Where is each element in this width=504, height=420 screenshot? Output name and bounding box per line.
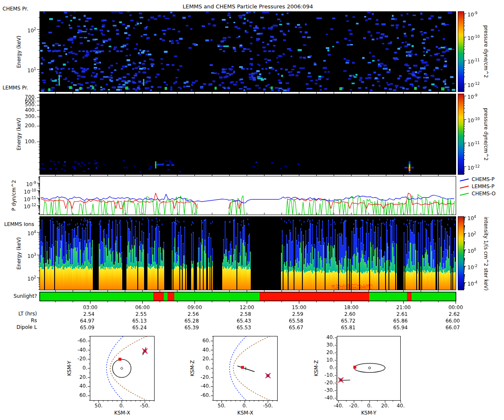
orbit-y-tick-label: -30. xyxy=(318,387,334,393)
y-tick-label: 400. xyxy=(13,107,36,113)
orbit-y-tick-label: -10. xyxy=(318,372,334,378)
orbit-x-tick-label: 0. xyxy=(361,403,378,409)
y-tick-label: 10-12 xyxy=(13,202,36,210)
panel-label-chems-pr: CHEMS Pr. xyxy=(3,6,28,12)
time-tick-label: 12:00 xyxy=(237,304,257,310)
orbit-y-tick-label: 0. xyxy=(194,365,210,371)
orbit-y-tick-label: -20. xyxy=(318,380,334,386)
cb4-units-label: intensity 1/(s cm^2 ster keV) xyxy=(483,217,489,290)
orbit-y-tick-label: -40. xyxy=(71,347,87,353)
legend-label-chems-o: CHEMS-O xyxy=(472,191,496,197)
cb1-units-label: pressure dyne/cm^2 xyxy=(483,12,489,92)
orbit-y-tick-label: 20. xyxy=(194,356,210,362)
cb2-units-label: pressure dyne/cm^2 xyxy=(483,94,489,174)
ephemeris-value: 2.59 xyxy=(276,311,303,317)
time-tick-label: 09:00 xyxy=(185,304,205,310)
legend-item-lemms-p: LEMMS-P xyxy=(459,184,494,190)
y-tick-label: 300. xyxy=(13,113,36,119)
orbit-y-tick-label: 20. xyxy=(71,374,87,380)
sunlight-segment-green xyxy=(164,292,168,301)
ephemeris-value: 2.60 xyxy=(328,311,355,317)
sunlight-segment-red xyxy=(168,292,174,301)
orbit-y-tick-label: 60. xyxy=(71,392,87,398)
orbit-x-tick-label: -50. xyxy=(260,403,276,409)
colorbar-pressure-mid xyxy=(458,94,464,174)
row-label-rs: Rs xyxy=(3,318,37,323)
figure-root: LEMMS and CHEMS Particle Pressures 2006:… xyxy=(0,0,504,420)
orbit-x-tick-label: -40. xyxy=(330,403,347,409)
figure-title: LEMMS and CHEMS Particle Pressures 2006:… xyxy=(40,3,456,10)
ephemeris-value: 65.58 xyxy=(276,318,303,324)
orbit-y-tick-label: -20. xyxy=(71,356,87,362)
ephemeris-value: 2.56 xyxy=(172,311,199,317)
orbit-x-tick-label: 20. xyxy=(377,403,394,409)
orbit-y-tick-label: 40. xyxy=(318,334,334,340)
y-tick-label: 700. xyxy=(13,94,36,100)
ions-spectrogram xyxy=(40,217,456,290)
orbit-y-tick-label: 10. xyxy=(318,357,334,363)
orbit-y-tick-label: 0. xyxy=(318,365,334,370)
sunlight-segment-green xyxy=(174,292,260,301)
sunlight-label: Sunlight? xyxy=(3,293,37,299)
ephemeris-value: 66.00 xyxy=(433,318,460,324)
ephemeris-value: 65.67 xyxy=(276,325,303,331)
y-tick-label: 102 xyxy=(13,274,36,282)
y-tick-label: 103 xyxy=(13,252,36,259)
legend-swatch-chems-o-icon xyxy=(459,192,470,197)
orbit-y-tick-label: 40. xyxy=(194,347,210,353)
orbit-x-tick-label: -20. xyxy=(346,403,362,409)
y-tick-label: 10-11 xyxy=(13,195,36,202)
colorbar-tick-label: 104 xyxy=(467,214,476,221)
orbit1-x-axis-label: KSM-X xyxy=(90,410,154,416)
chems-y-axis-label: Energy (keV) xyxy=(16,12,22,92)
chems-spectrogram xyxy=(40,12,456,92)
y-tick-label: 10-10 xyxy=(13,187,36,195)
legend-swatch-lemms-p-icon xyxy=(459,184,470,189)
orbit-x-tick-label: 50. xyxy=(213,403,230,409)
ephemeris-value: 65.09 xyxy=(68,325,94,331)
orbit-y-tick-label: -60. xyxy=(71,338,87,344)
orbit-y-tick-label: 20. xyxy=(318,349,334,355)
sunlight-segment-red xyxy=(407,292,412,301)
ephemeris-value: 65.24 xyxy=(120,325,147,331)
y-tick-label: 10-9 xyxy=(13,180,36,187)
ephemeris-value: 2.58 xyxy=(224,311,251,317)
legend-item-chems-o: CHEMS-O xyxy=(459,191,496,197)
orbit-x-tick-label: -50. xyxy=(136,403,153,409)
ephemeris-value: 65.28 xyxy=(172,318,199,324)
time-tick-label: 18:00 xyxy=(341,304,361,310)
colorbar-tick-label: 10-10 xyxy=(467,34,480,41)
ephemeris-value: 2.55 xyxy=(120,311,147,317)
orbit-y-tick-label: -60. xyxy=(194,392,210,398)
time-tick-label: 00:00 xyxy=(446,304,466,310)
ephemeris-value: 65.86 xyxy=(381,318,408,324)
sunlight-segment-red xyxy=(153,292,164,301)
orbit-y-tick-label: -40. xyxy=(194,383,210,389)
pressure-line-plot xyxy=(40,176,456,215)
ephemeris-value: 66.07 xyxy=(433,325,460,331)
orbit-x-tick-label: 0. xyxy=(236,403,253,409)
colorbar-pressure-top xyxy=(458,12,464,92)
orbit-y-tick-label: 0. xyxy=(71,365,87,371)
orbit-y-tick-label: 30. xyxy=(318,342,334,348)
orbit-y-tick-label: 60. xyxy=(194,338,210,344)
ephemeris-value: 2.61 xyxy=(381,311,408,317)
colorbar-tick-label: 10-10 xyxy=(467,116,480,123)
ephemeris-value: 65.53 xyxy=(224,325,251,331)
y-tick-label: 100. xyxy=(13,139,36,144)
orbit-y-tick-label: -40. xyxy=(318,395,334,401)
ephemeris-value: 65.72 xyxy=(328,318,355,324)
colorbar-intensity xyxy=(458,217,464,290)
time-tick-label: 21:00 xyxy=(394,304,414,310)
colorbar-tick-label: 10-12 xyxy=(467,81,480,88)
ephemeris-value: 65.39 xyxy=(172,325,199,331)
sunlight-segment-green xyxy=(412,292,456,301)
lemms-spectrogram xyxy=(40,94,456,174)
colorbar-tick-label: 10-2 xyxy=(467,263,478,270)
orbit2-x-axis-label: KSM-X xyxy=(213,410,277,416)
ephemeris-value: 2.54 xyxy=(68,311,94,317)
time-tick-label: 03:00 xyxy=(80,304,100,310)
orbit3-x-axis-label: KSM-Y xyxy=(337,410,400,416)
ephemeris-value: 65.43 xyxy=(224,318,251,324)
time-tick-label: 15:00 xyxy=(289,304,309,310)
